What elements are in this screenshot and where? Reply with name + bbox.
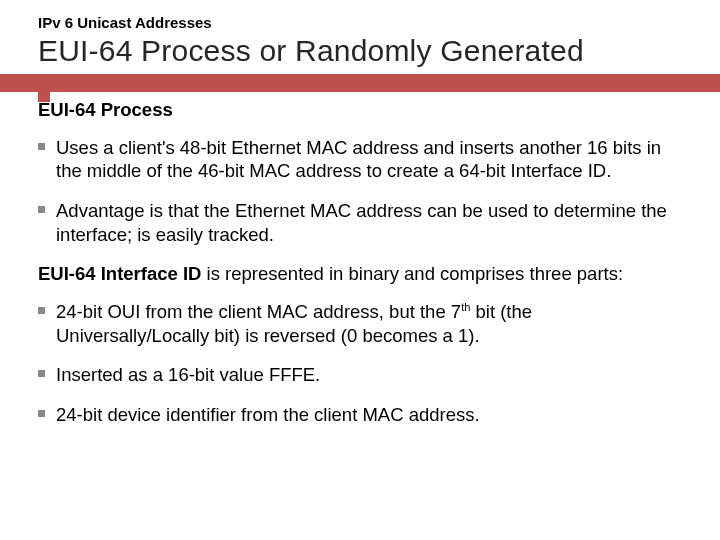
slide-kicker: IPv 6 Unicast Addresses xyxy=(38,14,212,31)
superscript-th: th xyxy=(461,301,470,313)
bullet-list-2: 24-bit OUI from the client MAC address, … xyxy=(38,300,688,427)
slide: IPv 6 Unicast Addresses EUI-64 Process o… xyxy=(0,0,720,540)
bullet-list-1: Uses a client's 48-bit Ethernet MAC addr… xyxy=(38,136,688,247)
section-heading-eui64-process: EUI-64 Process xyxy=(38,98,688,122)
slide-title: EUI-64 Process or Randomly Generated xyxy=(38,34,584,68)
list-item: Uses a client's 48-bit Ethernet MAC addr… xyxy=(38,136,688,183)
bullet-text-pre: 24-bit OUI from the client MAC address, … xyxy=(56,301,461,322)
accent-bar xyxy=(0,74,720,92)
list-item: 24-bit device identifier from the client… xyxy=(38,403,688,427)
slide-body: EUI-64 Process Uses a client's 48-bit Et… xyxy=(38,98,688,443)
section-intro: EUI-64 Interface ID is represented in bi… xyxy=(38,262,688,286)
list-item: 24-bit OUI from the client MAC address, … xyxy=(38,300,688,347)
section-intro-rest: is represented in binary and comprises t… xyxy=(201,263,623,284)
list-item: Inserted as a 16-bit value FFFE. xyxy=(38,363,688,387)
section-intro-bold: EUI-64 Interface ID xyxy=(38,263,201,284)
list-item: Advantage is that the Ethernet MAC addre… xyxy=(38,199,688,246)
